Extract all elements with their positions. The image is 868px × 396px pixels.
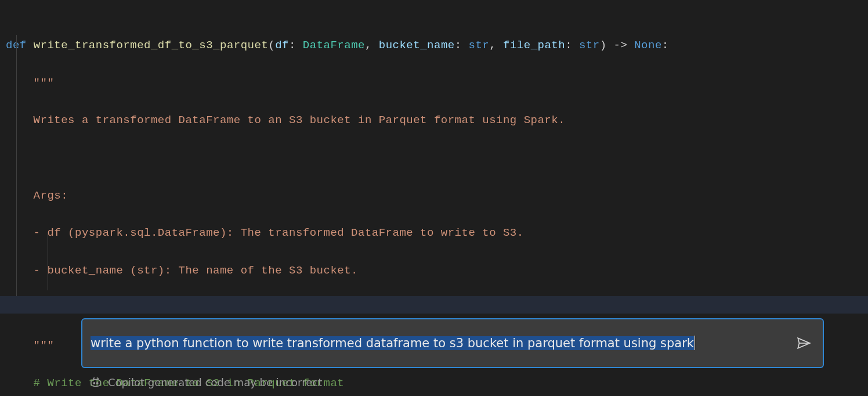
copilot-chat-input-text: write a python function to write transfo…	[91, 336, 694, 350]
copilot-chat-input[interactable]: write a python function to write transfo…	[91, 334, 786, 352]
return-type-none: None	[634, 39, 662, 52]
code-line: """	[6, 74, 862, 92]
code-line: def write_transformed_df_to_s3_parquet(d…	[6, 36, 862, 55]
copilot-footer: Copilot generated code may be incorrect	[81, 374, 824, 392]
code-line: Writes a transformed DataFrame to an S3 …	[6, 111, 862, 129]
indent-guide	[16, 35, 17, 297]
copilot-footer-text: Copilot generated code may be incorrect	[108, 374, 322, 392]
copilot-chat-panel: write a python function to write transfo…	[81, 318, 824, 392]
svg-point-2	[93, 383, 95, 384]
send-icon	[796, 336, 811, 351]
code-line: - df (pyspark.sql.DataFrame): The transf…	[6, 224, 862, 242]
param-df: df	[275, 39, 289, 52]
type-dataframe: DataFrame	[303, 39, 365, 52]
copilot-icon	[89, 376, 102, 389]
code-line: - bucket_name (str): The name of the S3 …	[6, 261, 862, 280]
docstring-arg-df: - df (pyspark.sql.DataFrame): The transf…	[34, 226, 524, 239]
docstring-quote-close: """	[34, 339, 55, 352]
param-bucket-name: bucket_name	[379, 39, 455, 52]
panel-separator	[0, 296, 868, 314]
function-name: write_transformed_df_to_s3_parquet	[34, 39, 269, 52]
svg-rect-1	[91, 380, 101, 387]
send-button[interactable]	[793, 332, 815, 354]
code-line: Args:	[6, 186, 862, 205]
copilot-chat-input-container: write a python function to write transfo…	[81, 318, 824, 368]
docstring-arg-bucket: - bucket_name (str): The name of the S3 …	[34, 264, 358, 277]
type-str: str	[469, 39, 490, 52]
svg-point-3	[96, 383, 98, 384]
code-line-blank	[6, 149, 862, 167]
param-file-path: file_path	[503, 39, 565, 52]
type-str-2: str	[579, 39, 600, 52]
docstring-quote: """	[34, 77, 55, 89]
docstring-args-label: Args:	[34, 189, 68, 202]
docstring-line: Writes a transformed DataFrame to an S3 …	[34, 114, 565, 127]
text-caret	[695, 336, 695, 350]
indent-guide-2	[48, 232, 48, 290]
